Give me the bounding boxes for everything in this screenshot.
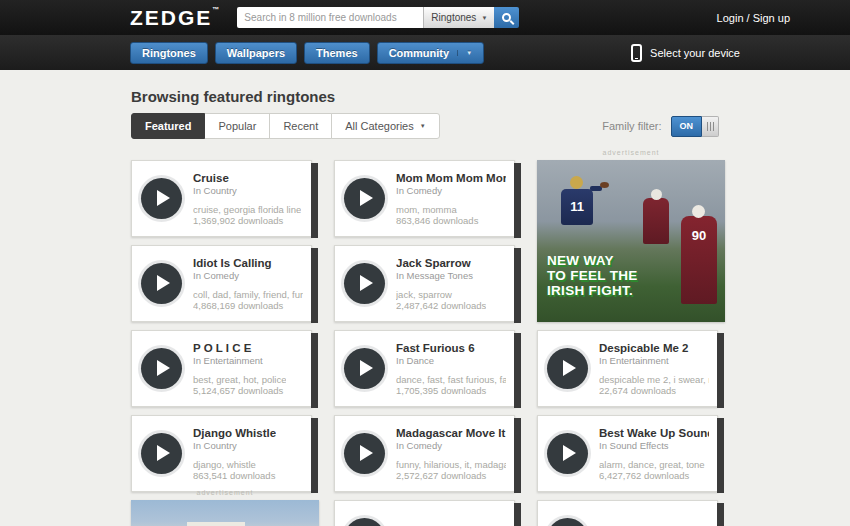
login-signup-link[interactable]: Login / Sign up	[717, 12, 790, 24]
search-box: Ringtones ▼	[237, 7, 519, 28]
play-button[interactable]	[547, 518, 588, 526]
ringtone-title[interactable]: Django Whistle	[193, 427, 276, 439]
caret-down-icon: ▼	[420, 123, 426, 129]
play-button[interactable]	[344, 178, 385, 219]
advertisement-banner[interactable]: advertisement	[131, 500, 319, 526]
ringtone-info: Django Whistle In Country django, whistl…	[193, 427, 276, 481]
main-navigation: Ringtones Wallpapers Themes Community▼ S…	[0, 35, 850, 70]
family-filter-label: Family filter:	[602, 120, 661, 132]
play-icon	[157, 445, 170, 461]
ringtone-title[interactable]: Idiot Is Calling	[193, 257, 303, 269]
play-button[interactable]	[141, 263, 182, 304]
ringtone-category[interactable]: In Country	[193, 440, 276, 451]
play-icon	[563, 360, 576, 376]
play-icon	[360, 360, 373, 376]
nav-ringtones[interactable]: Ringtones	[130, 42, 208, 64]
family-filter-grip-icon[interactable]	[702, 116, 719, 137]
family-filter-toggle: ON	[671, 116, 720, 137]
ringtone-category[interactable]: In Comedy	[193, 270, 303, 281]
helmet-icon	[570, 176, 583, 189]
ringtone-category[interactable]: In Entertainment	[599, 355, 709, 366]
ringtone-card: Despicable Me 2 In Entertainment despica…	[537, 330, 718, 407]
ringtone-category[interactable]: In Country	[193, 185, 301, 196]
ringtone-card: Mom Mom Mom Mom In Comedy mom, momma 863…	[334, 160, 515, 237]
ringtone-category[interactable]: In Entertainment	[193, 355, 286, 366]
ringtone-downloads: 863,846 downloads	[396, 215, 506, 226]
search-button[interactable]	[494, 7, 519, 28]
family-filter: Family filter: ON	[602, 116, 719, 137]
ringtone-tags: despicable me 2, i swear, mi...	[599, 374, 709, 385]
ad-headline-line: IRISH FIGHT.	[547, 283, 638, 298]
play-button[interactable]	[344, 518, 385, 526]
search-category-dropdown[interactable]: Ringtones ▼	[423, 7, 494, 28]
nav-wallpapers[interactable]: Wallpapers	[215, 42, 297, 64]
tab-popular[interactable]: Popular	[204, 113, 270, 139]
play-button[interactable]	[141, 433, 182, 474]
all-categories-label: All Categories	[345, 120, 413, 132]
caret-down-icon: ▼	[481, 15, 487, 21]
play-button[interactable]	[141, 348, 182, 389]
ringtone-title[interactable]: Mom Mom Mom Mom	[396, 172, 506, 184]
ringtone-category[interactable]: In Message Tones	[396, 270, 486, 281]
ringtone-title[interactable]: Madagascar Move It	[396, 427, 506, 439]
ringtone-card: Jack Sparrow In Message Tones jack, spar…	[334, 245, 515, 322]
play-button[interactable]	[344, 433, 385, 474]
advertisement-banner[interactable]: advertisement 11 90 NEW WAY TO FEEL THE …	[537, 160, 725, 322]
ringtone-info: Madagascar Move It In Comedy funny, hila…	[396, 427, 506, 481]
ringtone-info: Cruise In Country cruise, georgia florid…	[193, 172, 301, 226]
search-category-value: Ringtones	[431, 12, 476, 23]
football-ad-image: 11 90 NEW WAY TO FEEL THE IRISH FIGHT.	[537, 160, 725, 322]
trademark-symbol: ™	[212, 6, 219, 13]
search-input[interactable]	[237, 7, 423, 28]
jersey-number: 90	[681, 216, 717, 304]
play-button[interactable]	[344, 263, 385, 304]
ringtone-downloads: 5,124,657 downloads	[193, 385, 286, 396]
ringtone-grid: Cruise In Country cruise, georgia florid…	[131, 160, 719, 526]
ad-headline: NEW WAY TO FEEL THE IRISH FIGHT.	[547, 253, 638, 298]
caret-down-icon: ▼	[457, 50, 472, 56]
play-button[interactable]	[141, 178, 182, 219]
phone-icon	[631, 44, 642, 62]
ringtone-info: Best Wake Up Sound In Sound Effects alar…	[599, 427, 709, 481]
ringtone-downloads: 1,705,395 downloads	[396, 385, 506, 396]
play-button[interactable]	[547, 433, 588, 474]
select-device-button[interactable]: Select your device	[631, 44, 740, 62]
ringtone-title[interactable]: P O L I C E	[193, 342, 286, 354]
zedge-logo[interactable]: ZEDGE™	[130, 6, 219, 30]
ringtone-title[interactable]: Cruise	[193, 172, 301, 184]
ringtone-category[interactable]: In Sound Effects	[599, 440, 709, 451]
ringtone-title[interactable]: Fast Furious 6	[396, 342, 506, 354]
ringtone-category[interactable]: In Comedy	[396, 185, 506, 196]
tab-recent[interactable]: Recent	[269, 113, 332, 139]
ringtone-info: Idiot Is Calling In Comedy coll, dad, fa…	[193, 257, 303, 311]
nav-community[interactable]: Community▼	[377, 42, 484, 64]
play-icon	[157, 360, 170, 376]
nav-themes[interactable]: Themes	[304, 42, 370, 64]
play-button[interactable]	[344, 348, 385, 389]
ringtone-category[interactable]: In Dance	[396, 355, 506, 366]
tab-featured[interactable]: Featured	[131, 113, 205, 139]
advertisement-label: advertisement	[131, 489, 319, 496]
ringtone-downloads: 1,369,902 downloads	[193, 215, 301, 226]
play-button[interactable]	[547, 348, 588, 389]
quarterback-figure: 11	[561, 176, 593, 225]
ringtone-title[interactable]: Despicable Me 2	[599, 342, 709, 354]
play-icon	[157, 190, 170, 206]
ad-headline-line: TO FEEL THE	[547, 268, 638, 283]
ringtone-downloads: 6,427,762 downloads	[599, 470, 709, 481]
filter-tabs: Featured Popular Recent All Categories▼	[131, 113, 440, 139]
ringtone-tags: funny, hilarious, it, madagasc...	[396, 459, 506, 470]
all-categories-dropdown[interactable]: All Categories▼	[331, 113, 439, 139]
family-filter-on-button[interactable]: ON	[671, 116, 703, 137]
ringtone-tags: coll, dad, family, friend, fun, id...	[193, 289, 303, 300]
ringtone-card: Ironman 2 Alram	[537, 500, 718, 526]
ringtone-tags: django, whistle	[193, 459, 276, 470]
ringtone-title[interactable]: Jack Sparrow	[396, 257, 486, 269]
ringtone-info: Jack Sparrow In Message Tones jack, spar…	[396, 257, 486, 311]
main-content: Browsing featured ringtones Featured Pop…	[131, 88, 719, 526]
ringtone-tags: best, great, hot, police	[193, 374, 286, 385]
ringtone-category[interactable]: In Comedy	[396, 440, 506, 451]
nav-buttons: Ringtones Wallpapers Themes Community▼	[130, 42, 491, 64]
ringtone-title[interactable]: Best Wake Up Sound	[599, 427, 709, 439]
ringtone-tags: mom, momma	[396, 204, 506, 215]
